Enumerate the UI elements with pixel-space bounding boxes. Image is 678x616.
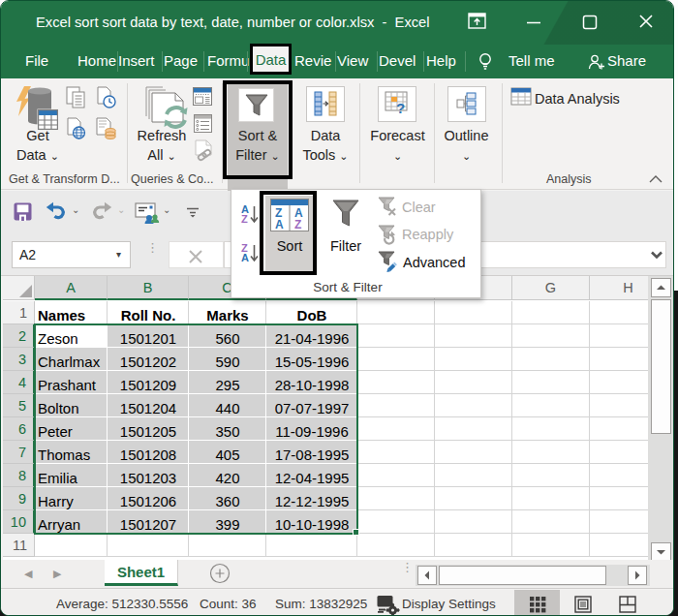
svg-text:Z: Z xyxy=(241,213,248,225)
svg-text:?: ? xyxy=(396,100,405,116)
svg-text:A: A xyxy=(241,252,249,263)
